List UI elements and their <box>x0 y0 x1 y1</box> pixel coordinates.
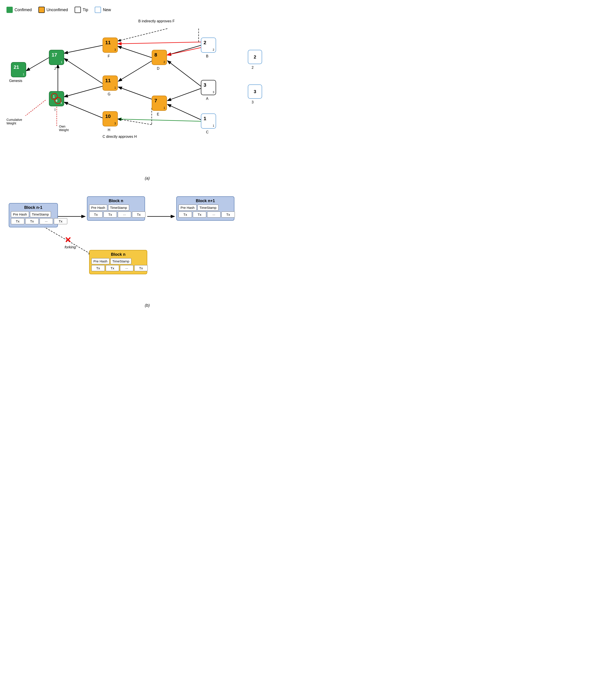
genesis-sub: 1 <box>23 72 24 76</box>
unconfirmed-box <box>38 7 45 13</box>
block-n-orange-dots: ··· <box>120 265 134 271</box>
blank2-label: 2 <box>252 66 254 70</box>
h-num: 10 <box>105 114 111 119</box>
node-h: 10 3 <box>103 111 118 127</box>
block-n-blue-dots: ··· <box>118 212 131 218</box>
block-n-minus1-row1: Pre Hash TimeStamp <box>11 211 56 217</box>
node-b: 2 2 <box>201 37 216 53</box>
j-sub: 1 <box>61 60 62 64</box>
block-n-minus1: Block n-1 Pre Hash TimeStamp Tx Tx ··· T… <box>9 203 58 227</box>
tip-label: Tip <box>83 8 88 12</box>
node-genesis: 21 1 <box>11 62 26 77</box>
g-sub: 1 <box>115 86 116 89</box>
svg-line-1 <box>64 45 103 53</box>
block-n-blue-row1: Pre Hash TimeStamp <box>89 205 143 211</box>
block-n-minus1-timestamp: TimeStamp <box>30 211 51 217</box>
block-n-minus1-tx2: Tx <box>25 218 39 224</box>
svg-line-16 <box>118 29 167 41</box>
a-sub: 3 <box>213 90 214 94</box>
d-sub: 2 <box>164 60 165 64</box>
block-n1-prehash: Pre Hash <box>179 205 197 211</box>
cumulative-weight-label: CumulativeWeight <box>6 118 22 125</box>
block-n-blue-prehash: Pre Hash <box>89 205 107 211</box>
svg-text:3: 3 <box>60 101 62 104</box>
g-num: 11 <box>105 78 111 83</box>
block-n-orange: Block n Pre Hash TimeStamp Tx Tx ··· Tx <box>89 250 147 274</box>
block-n1-title: Block n+1 <box>179 199 232 203</box>
c-num: 1 <box>204 116 206 121</box>
new-box <box>95 7 101 13</box>
block-n-orange-tx2: Tx <box>106 265 119 271</box>
main-container: Confimed Unconfimed Tip New <box>0 0 294 317</box>
svg-line-9 <box>168 45 201 55</box>
block-n-minus1-tx1: Tx <box>11 218 24 224</box>
b-num: 2 <box>204 40 206 45</box>
block-n-minus1-prehash: Pre Hash <box>11 211 29 217</box>
svg-line-14 <box>118 42 201 44</box>
caption-b: (b) <box>145 303 150 308</box>
legend-new: New <box>95 7 111 13</box>
genesis-num: 21 <box>14 65 19 70</box>
svg-line-0 <box>27 58 49 70</box>
svg-line-8 <box>119 87 152 99</box>
node-i-circles: 1 9 3 <box>49 91 64 107</box>
block-n-minus1-dots: ··· <box>39 218 53 224</box>
e-label: E <box>157 112 159 116</box>
block-n1-row1: Pre Hash TimeStamp <box>179 205 232 211</box>
block-n-minus1-row2: Tx Tx ··· Tx <box>11 218 56 224</box>
svg-line-2 <box>64 59 103 83</box>
block-n-blue-tx3: Tx <box>132 212 146 218</box>
node-f: 11 3 <box>103 37 118 53</box>
block-n-blue-tx1: Tx <box>89 212 103 218</box>
block-n-blue: Block n Pre Hash TimeStamp Tx Tx ··· Tx <box>87 196 145 221</box>
svg-line-7 <box>119 61 152 81</box>
h-sub: 3 <box>115 122 116 125</box>
a-label: A <box>206 97 208 101</box>
caption-a: (a) <box>145 176 150 181</box>
b-label: B <box>206 54 208 58</box>
block-n-orange-tx3: Tx <box>134 265 148 271</box>
j-label: J <box>54 66 56 70</box>
legend: Confimed Unconfimed Tip New <box>4 4 290 13</box>
d-num: 8 <box>154 52 157 57</box>
f-num: 11 <box>105 40 111 45</box>
node-blank2: 2 <box>248 50 262 64</box>
blank3-num: 3 <box>254 89 256 94</box>
genesis-label: Genesis <box>9 79 22 83</box>
j-num: 17 <box>52 52 57 57</box>
f-label: F <box>108 54 110 58</box>
svg-line-12 <box>168 104 201 120</box>
c-sub: 1 <box>213 124 214 127</box>
block-n-orange-tx1: Tx <box>91 265 105 271</box>
block-n1-tx1: Tx <box>179 212 192 218</box>
d-label: D <box>157 66 160 70</box>
tip-box <box>75 7 81 13</box>
h-label: H <box>108 128 111 132</box>
node-i: 1 9 3 <box>49 91 64 106</box>
node-g: 11 1 <box>103 75 118 91</box>
svg-line-13 <box>167 48 201 55</box>
block-n-blue-timestamp: TimeStamp <box>108 205 129 211</box>
block-n1-dots: ··· <box>207 212 220 218</box>
block-n1-tx2: Tx <box>193 212 206 218</box>
block-n-orange-row1: Pre Hash TimeStamp <box>91 258 145 264</box>
g-label: G <box>108 92 111 96</box>
new-label: New <box>103 8 111 12</box>
i-label: I <box>54 108 55 112</box>
node-c: 1 1 <box>201 113 216 129</box>
part-a: Confimed Unconfimed Tip New <box>4 4 290 170</box>
node-j: 17 1 <box>49 50 64 65</box>
part-b: Block n-1 Pre Hash TimeStamp Tx Tx ··· T… <box>4 190 290 301</box>
confirmed-label: Confimed <box>14 8 32 12</box>
block-n1-row2: Tx Tx ··· Tx <box>179 212 232 218</box>
blank2-num: 2 <box>254 54 256 60</box>
dag-area: 21 1 Genesis 17 1 J 1 9 3 I <box>4 15 290 163</box>
b-indirectly-label: B indirectly approves F <box>138 19 175 23</box>
legend-unconfirmed: Unconfimed <box>38 7 68 13</box>
node-a: 3 3 <box>201 80 216 95</box>
svg-line-5 <box>64 102 103 118</box>
block-n-orange-row2: Tx Tx ··· Tx <box>91 265 145 271</box>
forking-label: forking <box>64 245 76 249</box>
block-n-minus1-title: Block n-1 <box>11 205 56 210</box>
block-n-minus1-tx3: Tx <box>54 218 67 224</box>
